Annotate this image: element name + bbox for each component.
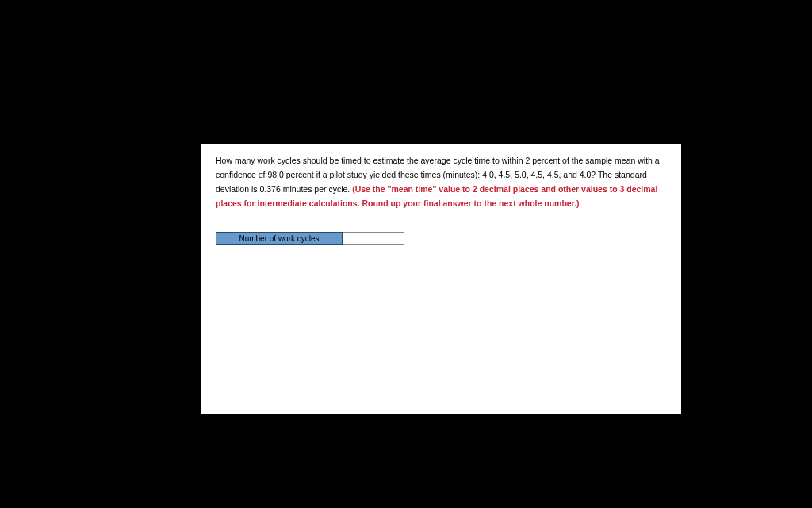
answer-row: Number of work cycles bbox=[216, 232, 667, 245]
answer-label: Number of work cycles bbox=[216, 232, 343, 245]
work-cycles-input[interactable] bbox=[343, 232, 404, 245]
question-paragraph: How many work cycles should be timed to … bbox=[216, 152, 667, 210]
question-panel: How many work cycles should be timed to … bbox=[201, 144, 681, 414]
